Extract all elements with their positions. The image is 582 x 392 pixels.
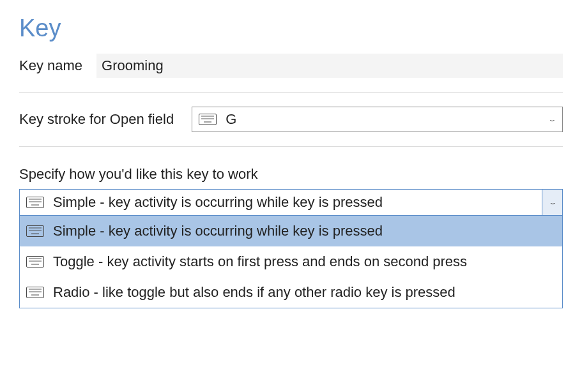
behavior-option-toggle[interactable]: Toggle - key activity starts on first pr… xyxy=(20,246,562,277)
keystroke-label: Key stroke for Open field xyxy=(19,111,174,128)
keyboard-icon xyxy=(199,114,217,125)
keyboard-icon xyxy=(26,197,44,208)
keyboard-icon xyxy=(26,287,44,298)
key-name-label: Key name xyxy=(19,57,82,74)
key-name-input[interactable] xyxy=(96,54,563,78)
keystroke-value: G xyxy=(226,111,548,128)
chevron-down-icon: ⌄ xyxy=(548,116,556,122)
behavior-option-simple[interactable]: Simple - key activity is occurring while… xyxy=(20,216,562,246)
behavior-instruction: Specify how you'd like this key to work xyxy=(19,166,563,183)
keyboard-icon xyxy=(26,225,44,237)
key-name-row: Key name xyxy=(19,54,563,93)
keystroke-combobox[interactable]: G ⌄ xyxy=(192,107,563,132)
behavior-option-radio[interactable]: Radio - like toggle but also ends if any… xyxy=(20,277,562,308)
keystroke-row: Key stroke for Open field G ⌄ xyxy=(19,107,563,147)
behavior-current[interactable]: Simple - key activity is occurring while… xyxy=(20,190,562,215)
behavior-option-list: Simple - key activity is occurring while… xyxy=(20,215,562,308)
behavior-option-label: Radio - like toggle but also ends if any… xyxy=(53,284,456,301)
page-title: Key xyxy=(19,15,563,42)
behavior-option-label: Simple - key activity is occurring while… xyxy=(53,223,383,239)
keyboard-icon xyxy=(26,256,44,268)
behavior-dropdown[interactable]: Simple - key activity is occurring while… xyxy=(19,189,563,308)
behavior-dropdown-button[interactable]: ⌄ xyxy=(542,190,562,215)
behavior-current-label: Simple - key activity is occurring while… xyxy=(53,194,556,211)
behavior-option-label: Toggle - key activity starts on first pr… xyxy=(53,253,467,270)
chevron-down-icon: ⌄ xyxy=(548,199,556,205)
